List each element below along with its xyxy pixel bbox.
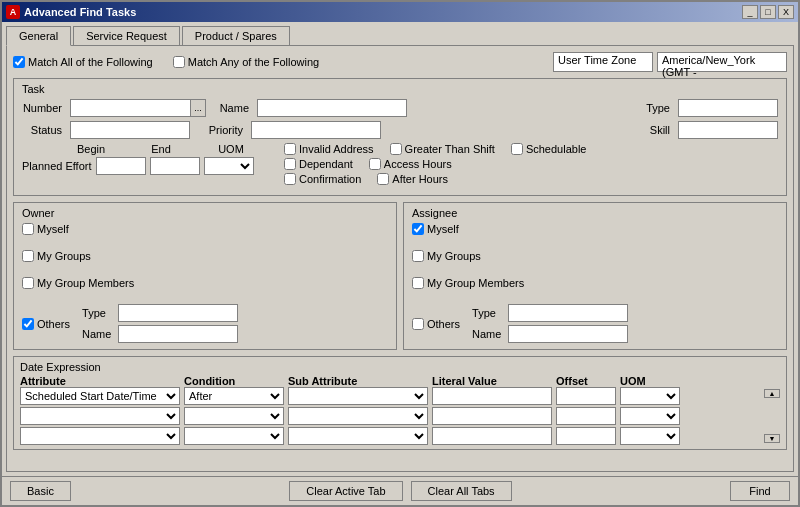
access-hours-label[interactable]: Access Hours: [369, 158, 452, 170]
match-any-label[interactable]: Match Any of the Following: [173, 56, 319, 68]
assignee-my-group-members-label[interactable]: My Group Members: [412, 277, 778, 289]
match-any-checkbox[interactable]: [173, 56, 185, 68]
condition-select-3[interactable]: [184, 427, 284, 445]
attribute-select-1[interactable]: Scheduled Start Date/Time: [20, 387, 180, 405]
date-row-2: [20, 407, 762, 425]
assignee-my-groups-label[interactable]: My Groups: [412, 250, 778, 262]
condition-select-1[interactable]: After: [184, 387, 284, 405]
after-hours-checkbox[interactable]: [377, 173, 389, 185]
assignee-myself-label[interactable]: Myself: [412, 223, 778, 235]
clear-all-tabs-button[interactable]: Clear All Tabs: [411, 481, 512, 501]
uom-select-1[interactable]: [620, 387, 680, 405]
assignee-myself-checkbox[interactable]: [412, 223, 424, 235]
after-hours-label[interactable]: After Hours: [377, 173, 448, 185]
confirmation-checkbox[interactable]: [284, 173, 296, 185]
owner-my-group-members-label[interactable]: My Group Members: [22, 277, 388, 289]
assignee-my-groups-checkbox[interactable]: [412, 250, 424, 262]
owner-assignee-sections: Owner Myself My Groups My Group Members: [13, 202, 787, 350]
date-column-headers: Attribute Condition Sub Attribute Litera…: [20, 375, 780, 387]
match-all-label[interactable]: Match All of the Following: [13, 56, 153, 68]
assignee-name-label: Name: [472, 328, 504, 340]
tab-general[interactable]: General: [6, 26, 71, 46]
access-hours-checkbox[interactable]: [369, 158, 381, 170]
sub-attribute-select-2[interactable]: [288, 407, 428, 425]
confirmation-label[interactable]: Confirmation: [284, 173, 361, 185]
tab-service-request[interactable]: Service Request: [73, 26, 180, 45]
begin-input[interactable]: [96, 157, 146, 175]
assignee-name-input[interactable]: [508, 325, 628, 343]
skill-input[interactable]: [678, 121, 778, 139]
task-section-label: Task: [22, 83, 778, 95]
schedulable-label[interactable]: Schedulable: [511, 143, 587, 155]
status-input[interactable]: In Planning: [70, 121, 190, 139]
window-title: Advanced Find Tasks: [24, 6, 136, 18]
restore-button[interactable]: □: [760, 5, 776, 19]
invalid-address-checkbox[interactable]: [284, 143, 296, 155]
sub-attribute-select-3[interactable]: [288, 427, 428, 445]
owner-my-group-members-checkbox[interactable]: [22, 277, 34, 289]
attribute-select-2[interactable]: [20, 407, 180, 425]
task-section: Task Number ... Name Send Technician Typ…: [13, 78, 787, 196]
uom-select-3[interactable]: [620, 427, 680, 445]
owner-name-input[interactable]: Yuhov, Sebastian: [118, 325, 238, 343]
dependant-label[interactable]: Dependant: [284, 158, 353, 170]
end-header: End: [136, 143, 186, 155]
offset-input-2[interactable]: [556, 407, 616, 425]
titlebar-buttons: _ □ X: [742, 5, 794, 19]
basic-button[interactable]: Basic: [10, 481, 71, 501]
match-all-checkbox[interactable]: [13, 56, 25, 68]
task-row-3: Begin End UOM Planned Effort: [22, 143, 778, 185]
assignee-type-input[interactable]: [508, 304, 628, 322]
begin-header: Begin: [66, 143, 116, 155]
owner-my-groups-label[interactable]: My Groups: [22, 250, 388, 262]
priority-input[interactable]: Medium: [251, 121, 381, 139]
literal-value-col-header: Literal Value: [432, 375, 552, 387]
planned-effort-row: Planned Effort: [22, 157, 256, 175]
name-input[interactable]: Send Technician: [257, 99, 407, 117]
sub-attribute-select-1[interactable]: [288, 387, 428, 405]
close-button[interactable]: X: [778, 5, 794, 19]
find-button[interactable]: Find: [730, 481, 790, 501]
offset-input-1[interactable]: [556, 387, 616, 405]
clear-active-tab-button[interactable]: Clear Active Tab: [289, 481, 402, 501]
scroll-up-button[interactable]: ▲: [764, 389, 780, 398]
owner-my-groups-checkbox[interactable]: [22, 250, 34, 262]
owner-others-checkbox[interactable]: [22, 318, 34, 330]
type-input[interactable]: Dispatch: [678, 99, 778, 117]
tab-bar: General Service Request Product / Spares: [2, 22, 798, 45]
schedulable-checkbox[interactable]: [511, 143, 523, 155]
literal-value-input-2[interactable]: [432, 407, 552, 425]
literal-value-input-3[interactable]: [432, 427, 552, 445]
greater-than-shift-label[interactable]: Greater Than Shift: [390, 143, 495, 155]
dependant-checkbox[interactable]: [284, 158, 296, 170]
uom-select-2[interactable]: [620, 407, 680, 425]
titlebar: A Advanced Find Tasks _ □ X: [2, 2, 798, 22]
minimize-button[interactable]: _: [742, 5, 758, 19]
condition-select-2[interactable]: [184, 407, 284, 425]
owner-myself-label[interactable]: Myself: [22, 223, 388, 235]
end-input[interactable]: [150, 157, 200, 175]
literal-value-input-1[interactable]: 07-SEP-04 00:00:0: [432, 387, 552, 405]
invalid-address-label[interactable]: Invalid Address: [284, 143, 374, 155]
owner-type-input[interactable]: Employee Resource: [118, 304, 238, 322]
owner-others-label[interactable]: Others: [22, 318, 70, 330]
uom-select[interactable]: [204, 157, 254, 175]
attribute-select-3[interactable]: [20, 427, 180, 445]
tab-product-spares[interactable]: Product / Spares: [182, 26, 290, 45]
greater-than-shift-checkbox[interactable]: [390, 143, 402, 155]
offset-input-3[interactable]: [556, 427, 616, 445]
scroll-down-button[interactable]: ▼: [764, 434, 780, 443]
owner-section: Owner Myself My Groups My Group Members: [13, 202, 397, 350]
planned-effort-group: Begin End UOM Planned Effort: [22, 143, 256, 175]
number-browse-button[interactable]: ...: [190, 99, 206, 117]
assignee-others-label[interactable]: Others: [412, 318, 460, 330]
assignee-my-group-members-checkbox[interactable]: [412, 277, 424, 289]
uom-col-header: UOM: [620, 375, 680, 387]
timezone-select[interactable]: User Time Zone: [553, 52, 653, 72]
owner-myself-checkbox[interactable]: [22, 223, 34, 235]
assignee-others-checkbox[interactable]: [412, 318, 424, 330]
condition-col-header: Condition: [184, 375, 284, 387]
number-input[interactable]: [70, 99, 190, 117]
scroll-buttons: ▲ ▼: [764, 387, 780, 445]
assignee-section: Assignee Myself My Groups My Group Membe…: [403, 202, 787, 350]
